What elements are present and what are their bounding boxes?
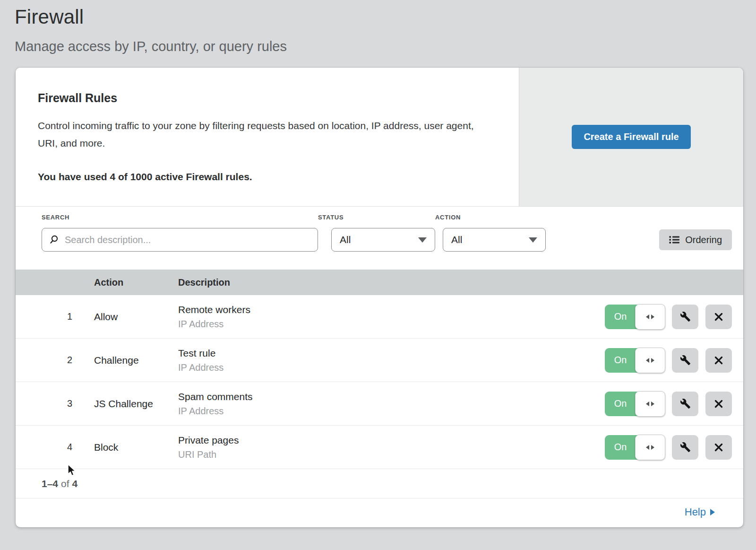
rule-description-title: Remote workers [178, 304, 605, 315]
rule-action: Allow [94, 311, 178, 323]
toggle-knob[interactable] [635, 435, 665, 460]
wrench-icon [680, 398, 691, 409]
rule-controls: On [605, 435, 743, 460]
wrench-icon [680, 311, 691, 322]
hero-action-panel: Create a Firewall rule [519, 68, 743, 206]
pagination: 1–4 of 4 [16, 469, 743, 498]
rule-action: Block [94, 442, 178, 453]
rule-enabled-toggle[interactable]: On [605, 348, 665, 373]
edit-rule-button[interactable] [672, 348, 698, 373]
arrow-left-icon [646, 402, 649, 406]
rule-match-type: IP Address [178, 406, 605, 417]
arrow-right-icon [651, 402, 654, 406]
delete-rule-button[interactable] [705, 392, 732, 416]
rule-number: 2 [16, 355, 94, 366]
page-title: Firewall [15, 6, 756, 28]
firewall-rules-card: Firewall Rules Control incoming traffic … [16, 68, 743, 527]
action-label: ACTION [435, 214, 546, 221]
search-box[interactable] [42, 228, 318, 252]
pagination-total: 4 [72, 478, 78, 489]
delete-rule-button[interactable] [705, 435, 732, 460]
action-selected-value: All [451, 234, 462, 245]
rule-description: Private pages URI Path [178, 435, 605, 460]
arrow-right-icon [651, 358, 654, 363]
wrench-icon [680, 442, 691, 453]
rule-action: Challenge [94, 355, 178, 366]
toggle-knob[interactable] [635, 391, 665, 417]
hero-description: Control incoming traffic to your zone by… [38, 117, 484, 152]
filter-bar: SEARCH STATUS All ACTION All [16, 207, 743, 270]
close-icon [714, 356, 723, 365]
toggle-knob[interactable] [635, 304, 665, 330]
toggle-on-label: On [605, 435, 636, 460]
rule-number: 1 [16, 311, 94, 322]
rule-number: 3 [16, 398, 94, 409]
rule-description: Spam comments IP Address [178, 391, 605, 417]
close-icon [714, 443, 723, 452]
rule-controls: On [605, 305, 743, 329]
column-action: Action [94, 277, 178, 288]
pagination-range: 1–4 [42, 478, 58, 489]
status-label: STATUS [318, 214, 435, 221]
hero-section: Firewall Rules Control incoming traffic … [16, 68, 743, 207]
toggle-on-label: On [605, 392, 636, 416]
action-filter-group: ACTION All [435, 214, 546, 252]
help-row: Help [16, 498, 743, 526]
arrow-left-icon [646, 314, 649, 319]
rule-description: Test rule IP Address [178, 348, 605, 373]
toggle-on-label: On [605, 348, 636, 373]
rule-enabled-toggle[interactable]: On [605, 435, 665, 460]
rule-number: 4 [16, 442, 94, 453]
search-input[interactable] [64, 234, 311, 246]
search-icon [49, 235, 59, 245]
edit-rule-button[interactable] [672, 435, 698, 460]
chevron-down-icon [529, 237, 537, 243]
column-description: Description [178, 277, 743, 288]
rule-enabled-toggle[interactable]: On [605, 392, 665, 416]
page-header: Firewall Manage access by IP, country, o… [0, 0, 756, 54]
search-filter-group: SEARCH [42, 214, 318, 252]
status-select[interactable]: All [331, 228, 435, 252]
edit-rule-button[interactable] [672, 392, 698, 416]
search-label: SEARCH [42, 214, 318, 221]
triangle-right-icon [710, 509, 715, 515]
ordering-button[interactable]: Ordering [659, 229, 732, 250]
close-icon [714, 399, 723, 409]
help-link[interactable]: Help [685, 506, 715, 518]
table-row: 4 Block Private pages URI Path On [16, 426, 743, 469]
help-link-label: Help [685, 506, 706, 518]
arrow-left-icon [646, 445, 649, 450]
toggle-knob[interactable] [635, 348, 665, 373]
rule-match-type: IP Address [178, 319, 605, 330]
pagination-of-label: of [61, 478, 69, 489]
page-subtitle: Manage access by IP, country, or query r… [15, 39, 756, 54]
delete-rule-button[interactable] [705, 348, 732, 373]
usage-summary: You have used 4 of 1000 active Firewall … [38, 171, 490, 183]
rule-enabled-toggle[interactable]: On [605, 305, 665, 329]
table-header: Action Description [16, 270, 743, 295]
table-row: 1 Allow Remote workers IP Address On [16, 295, 743, 339]
table-row: 3 JS Challenge Spam comments IP Address … [16, 382, 743, 426]
arrow-right-icon [651, 314, 654, 319]
ordering-button-label: Ordering [685, 235, 722, 245]
arrow-left-icon [646, 358, 649, 363]
hero-heading: Firewall Rules [38, 91, 490, 105]
create-firewall-rule-button[interactable]: Create a Firewall rule [572, 125, 690, 149]
rule-description-title: Test rule [178, 348, 605, 359]
rule-match-type: URI Path [178, 449, 605, 460]
table-row: 2 Challenge Test rule IP Address On [16, 339, 743, 382]
arrow-right-icon [651, 445, 654, 450]
action-select[interactable]: All [443, 228, 546, 252]
rule-description-title: Private pages [178, 435, 605, 446]
close-icon [714, 312, 723, 322]
bulleted-list-icon [669, 236, 679, 244]
rule-match-type: IP Address [178, 362, 605, 373]
rule-controls: On [605, 392, 743, 416]
edit-rule-button[interactable] [672, 305, 698, 329]
rule-description-title: Spam comments [178, 391, 605, 402]
delete-rule-button[interactable] [705, 305, 732, 329]
chevron-down-icon [418, 237, 427, 243]
rule-action: JS Challenge [94, 398, 178, 410]
status-selected-value: All [340, 234, 351, 245]
toggle-on-label: On [605, 305, 636, 329]
